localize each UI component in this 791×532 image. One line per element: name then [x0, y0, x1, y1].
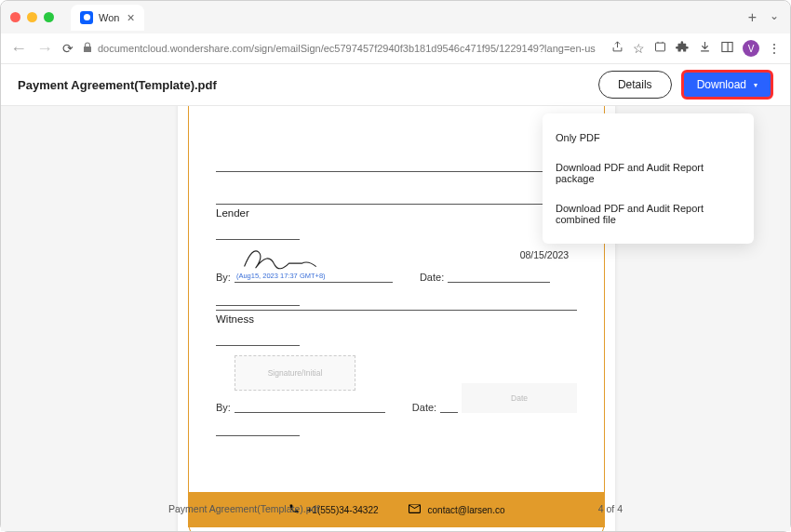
signature-timestamp: (Aug15, 2023 17:37 GMT+8)	[236, 272, 326, 280]
date-placeholder[interactable]: Date	[462, 383, 577, 413]
page-title: Payment Agreement(Template).pdf	[18, 78, 217, 92]
by-label: By:	[216, 272, 231, 283]
download-button[interactable]: Download ▾	[681, 70, 773, 100]
favicon-icon	[80, 11, 93, 24]
status-filename: Payment Agreement(Template).pdf	[168, 503, 319, 514]
profile-avatar[interactable]: V	[743, 40, 759, 57]
date-field: 08/15/2023	[448, 270, 550, 283]
underline	[216, 435, 300, 436]
signed-date: 08/15/2023	[520, 249, 570, 260]
minimize-window[interactable]	[27, 12, 37, 22]
new-tab-button[interactable]: +	[748, 10, 757, 25]
download-menu-item[interactable]: Only PDF	[543, 123, 754, 153]
date-label: Date:	[420, 272, 444, 283]
svg-rect-2	[722, 43, 732, 52]
witness-label: Witness	[216, 311, 577, 325]
document-content: Lender By: (Aug15, 2023 17:37 GMT+8) Dat…	[216, 171, 577, 436]
tab-title: Won	[99, 12, 119, 23]
chevron-down-icon: ▾	[754, 81, 757, 89]
download-button-label: Download	[697, 78, 746, 91]
underline	[216, 305, 300, 306]
date-label: Date:	[412, 402, 436, 413]
reload-button[interactable]: ⟳	[62, 41, 74, 56]
close-window[interactable]	[10, 12, 20, 22]
download-icon[interactable]	[698, 40, 712, 57]
browser-tab[interactable]: Won ×	[71, 5, 144, 31]
lock-icon	[83, 42, 92, 55]
underline	[216, 345, 300, 346]
nav-arrows: ← →	[10, 39, 53, 59]
download-menu-item[interactable]: Download PDF and Audit Report combined f…	[543, 193, 754, 234]
share-icon[interactable]	[610, 40, 624, 57]
app-header: Payment Agreement(Template).pdf Details …	[1, 64, 790, 106]
titlebar: Won × + ⌄	[1, 1, 790, 33]
download-menu: Only PDF Download PDF and Audit Report p…	[543, 113, 754, 244]
svg-point-0	[83, 14, 89, 20]
underline	[216, 239, 300, 240]
screenshot-icon[interactable]	[653, 40, 667, 57]
date-line-short	[440, 400, 458, 413]
back-button[interactable]: ←	[10, 39, 27, 59]
chevron-down-icon[interactable]: ⌄	[770, 10, 779, 25]
forward-button[interactable]: →	[36, 39, 53, 59]
by-label: By:	[216, 402, 231, 413]
browser-window: Won × + ⌄ ← → ⟳ documentcloud.wondershar…	[0, 0, 791, 532]
url-area[interactable]: documentcloud.wondershare.com/sign/email…	[83, 42, 601, 55]
lender-label: Lender	[216, 205, 577, 219]
viewer-status-bar: Payment Agreement(Template).pdf 4 of 4	[168, 503, 623, 514]
details-button[interactable]: Details	[598, 71, 672, 99]
signature-line	[235, 400, 385, 413]
svg-rect-1	[656, 43, 665, 51]
window-controls	[10, 12, 54, 22]
address-bar: ← → ⟳ documentcloud.wondershare.com/sign…	[1, 33, 790, 64]
header-actions: Details Download ▾	[598, 70, 773, 100]
close-tab-icon[interactable]: ×	[127, 10, 134, 25]
maximize-window[interactable]	[44, 12, 54, 22]
url-text: documentcloud.wondershare.com/sign/email…	[98, 43, 596, 54]
signature-icon	[236, 242, 348, 275]
panel-icon[interactable]	[720, 40, 734, 57]
titlebar-right: + ⌄	[748, 10, 779, 25]
star-icon[interactable]: ☆	[633, 41, 645, 56]
kebab-menu-icon[interactable]: ⋮	[768, 41, 781, 56]
extensions-icon[interactable]	[676, 40, 690, 57]
divider-line	[216, 171, 577, 172]
download-menu-item[interactable]: Download PDF and Audit Report package	[543, 153, 754, 193]
signature-field: (Aug15, 2023 17:37 GMT+8)	[235, 247, 393, 283]
page-indicator: 4 of 4	[598, 503, 623, 514]
toolbar-icons: ☆ V ⋮	[610, 40, 781, 57]
